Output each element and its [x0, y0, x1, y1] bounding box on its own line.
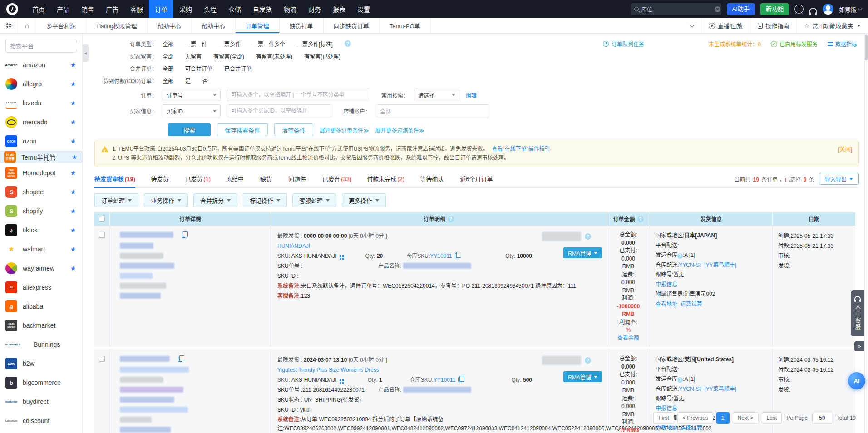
platform-search-input[interactable] — [10, 43, 83, 49]
sidebar-item-amazon[interactable]: amazon — [0, 55, 82, 74]
sidebar-item-ozon[interactable]: ozon — [0, 132, 82, 151]
menu-purchase[interactable]: 采购 — [173, 0, 198, 18]
row-checkbox[interactable] — [99, 356, 105, 362]
star-icon[interactable] — [69, 169, 77, 177]
expand-order-conditions-link[interactable]: 展开更多订单条件≫ — [320, 126, 369, 134]
sidebar-item-mercado[interactable]: mercado — [0, 113, 82, 132]
sidebar-item-walmart[interactable]: walmart — [0, 240, 82, 259]
order-process-button[interactable]: 订单处理 — [94, 193, 138, 207]
star-icon[interactable] — [69, 118, 77, 126]
menu-selfship[interactable]: 自发货 — [247, 0, 278, 18]
scrollbar-thumb[interactable] — [865, 35, 868, 60]
star-icon[interactable] — [69, 265, 77, 272]
tab-awaiting-confirm[interactable]: 等待确认 — [420, 174, 444, 187]
live-replay-link[interactable]: 直播/回放 — [701, 18, 750, 33]
sidebar-item-backmarket[interactable]: backmarket — [0, 316, 82, 335]
favorites-link[interactable]: ☆常用功能收藏夹 — [796, 18, 868, 33]
row-checkbox[interactable] — [99, 232, 105, 238]
close-notice-link[interactable]: [关闭] — [838, 145, 852, 154]
help-icon[interactable] — [677, 253, 683, 259]
help-icon[interactable] — [585, 233, 591, 240]
menu-settings[interactable]: 设置 — [351, 0, 376, 18]
expand-panel-button[interactable]: » — [854, 341, 864, 351]
platform-search[interactable] — [5, 39, 77, 53]
rma-manage-button[interactable]: RMA管理 — [563, 371, 602, 382]
save-search-button[interactable]: 保存搜索条件 — [217, 123, 268, 136]
data-metrics-link[interactable]: 数据指标 — [828, 40, 857, 48]
filter-option[interactable]: 一票多件[标准] — [297, 40, 333, 48]
sidebar-item-lazada[interactable]: lazada — [0, 93, 82, 113]
star-icon[interactable] — [69, 61, 77, 69]
sidebar-item-temu[interactable]: Temu半托管 — [0, 151, 82, 163]
filter-option[interactable]: 否 — [202, 77, 208, 84]
star-icon[interactable] — [71, 153, 78, 161]
freight-estimate-link[interactable]: 运费试算 — [681, 301, 702, 307]
view-address-link[interactable]: 查看地址 — [656, 301, 677, 307]
select-all-checkbox[interactable] — [99, 216, 105, 222]
sidebar-item-cdiscount[interactable]: cdiscount — [0, 411, 82, 430]
tab-listing-permission[interactable]: Listing权限管理 — [86, 18, 148, 33]
tab-pending-review[interactable]: 待发货审核(19) — [94, 174, 135, 187]
star-icon[interactable] — [69, 80, 77, 88]
operation-guide-link[interactable]: 操作指南 — [750, 18, 796, 33]
menu-ads[interactable]: 广告 — [100, 0, 124, 18]
perpage-input[interactable] — [812, 413, 832, 424]
order-number-input[interactable] — [227, 89, 370, 101]
tab-help-center-2[interactable]: 帮助中心 — [192, 18, 236, 33]
filter-option[interactable]: 无留言 — [185, 52, 202, 60]
star-icon[interactable] — [69, 188, 77, 196]
menu-warehouse[interactable]: 仓储 — [222, 0, 247, 18]
help-icon[interactable] — [637, 216, 644, 222]
menu-firstleg[interactable]: 头程 — [198, 0, 222, 18]
buyer-id-input[interactable] — [227, 104, 332, 117]
order-queue-task-link[interactable]: 订单队列任务 — [603, 40, 644, 48]
ai-fab-button[interactable]: AI — [848, 372, 865, 389]
headset-icon[interactable] — [809, 8, 817, 13]
import-export-button[interactable]: 导入导出 — [819, 173, 859, 185]
grid-blue-icon[interactable] — [340, 255, 341, 257]
view-address-link[interactable]: 查看地址 — [656, 425, 677, 431]
sidebar-item-bigcommerce[interactable]: bigcommerce — [0, 373, 82, 392]
help-icon[interactable] — [677, 377, 683, 383]
ai-assistant-button[interactable]: AI助手 — [727, 3, 755, 15]
star-icon[interactable] — [69, 207, 77, 215]
sidebar-item-b2w[interactable]: b2w — [0, 354, 82, 373]
prev-page-button[interactable]: < Previous — [677, 412, 713, 424]
page-scrollbar[interactable] — [864, 34, 868, 433]
mark-ops-button[interactable]: 标记操作 — [243, 193, 287, 207]
sidebar-item-shopify[interactable]: shopify — [0, 202, 82, 221]
filter-option[interactable]: 已合并订单 — [224, 64, 252, 72]
filter-option[interactable]: 有留言(全部) — [213, 52, 244, 60]
sidebar-item-alibaba[interactable]: alibaba — [0, 297, 82, 316]
clear-search-icon[interactable]: ✕ — [715, 6, 720, 12]
copy-icon[interactable] — [178, 357, 182, 362]
tab-help-center-1[interactable]: 帮助中心 — [148, 18, 192, 33]
filter-option[interactable]: 一票一件多个 — [252, 40, 285, 48]
next-page-button[interactable]: Next > — [733, 412, 759, 424]
merge-split-button[interactable]: 合并拆分 — [193, 193, 237, 207]
filter-option[interactable]: 是 — [185, 77, 191, 84]
edit-common-search-link[interactable]: 编辑 — [466, 91, 477, 99]
sidebar-collapse-arrow[interactable]: ◀ — [83, 44, 89, 62]
menu-sales[interactable]: 销售 — [75, 0, 100, 18]
product-title-link[interactable]: HUNIANDAJI — [277, 243, 310, 249]
declare-info-link[interactable]: 申报信息 — [656, 405, 677, 412]
page-1-button[interactable]: 1 — [716, 412, 730, 424]
new-features-button[interactable]: 新功能 — [760, 3, 789, 15]
sidebar-item-wayfairnew[interactable]: wayfairnew — [0, 259, 82, 278]
online-order-guide-link[interactable]: 查看“在线下单”操作指引 — [492, 144, 550, 153]
unmade-system-orders-stat[interactable]: 未生成系统单统计：0 — [709, 40, 761, 48]
dispatch-link[interactable]: YYCN-SF [YY菜鸟顺丰] — [679, 386, 736, 392]
tab-discarded[interactable]: 已废弃(33) — [322, 174, 351, 187]
flag-service-status[interactable]: ✓已启用标发服务 — [771, 40, 818, 48]
tab-to-ship[interactable]: 待发货 — [151, 174, 169, 187]
tab-oos-printing[interactable]: 缺货打单 — [280, 18, 324, 33]
tab-last-6-months[interactable]: 近6个月订单 — [460, 174, 493, 187]
tab-problem[interactable]: 问题件 — [288, 174, 307, 187]
sidebar-item-bunnings[interactable]: Bunnings — [0, 335, 82, 354]
warehouse-sku-link[interactable]: YY10011 — [430, 253, 452, 259]
apps-grid-icon[interactable] — [0, 18, 18, 33]
star-icon[interactable] — [69, 246, 77, 253]
tab-multi-platform-profit[interactable]: 多平台利润 — [36, 18, 86, 33]
menu-logistics[interactable]: 物流 — [278, 0, 302, 18]
